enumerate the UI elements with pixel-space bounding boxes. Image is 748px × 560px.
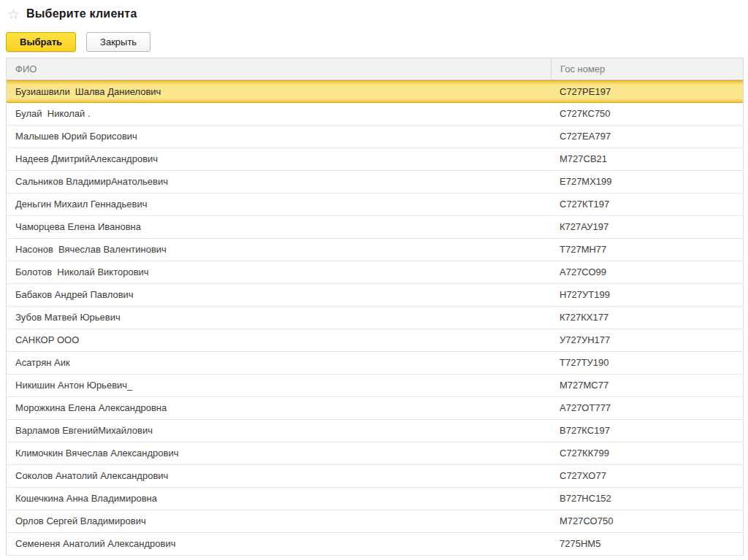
- gos-nomer-cell[interactable]: Т727ТУ190: [551, 352, 743, 374]
- gos-nomer-cell[interactable]: Н727УТ199: [551, 284, 743, 306]
- fio-cell[interactable]: Насонов Вячеслав Валентинович: [7, 239, 551, 261]
- fio-cell[interactable]: Малышев Юрий Борисович: [7, 126, 551, 147]
- page-title: Выберите клиента: [26, 7, 137, 20]
- fio-cell[interactable]: Орлов Сергей Владимирович: [7, 510, 551, 532]
- fio-cell[interactable]: Кошечкина Анна Владимировна: [7, 488, 551, 510]
- gos-nomer-cell[interactable]: К727КХ177: [551, 307, 743, 329]
- table-row[interactable]: Морожкина Елена АлександровнаА727ОТ777: [7, 397, 743, 420]
- column-header-fio[interactable]: ФИО: [7, 58, 551, 80]
- clients-table: ФИО Гос номер Бузиашвили Шалва Даниелови…: [6, 58, 744, 556]
- gos-nomer-cell[interactable]: А727СО99: [551, 261, 743, 283]
- table-row[interactable]: Зубов Матвей ЮрьевичК727КХ177: [7, 307, 743, 329]
- table-row[interactable]: Чаморцева Елена ИвановнаК727АУ197: [7, 216, 743, 239]
- gos-nomer-cell[interactable]: В727НС152: [551, 488, 743, 510]
- table-row[interactable]: Бабаков Андрей ПавловичН727УТ199: [7, 284, 743, 307]
- fio-cell[interactable]: Чаморцева Елена Ивановна: [7, 216, 551, 238]
- fio-cell[interactable]: САНКОР ООО: [7, 329, 551, 351]
- table-row[interactable]: Малышев Юрий БорисовичС727ЕА797: [7, 126, 743, 148]
- table-row[interactable]: Сальников ВладимирАнатольевичЕ727МХ199: [7, 171, 743, 193]
- table-row[interactable]: Бузиашвили Шалва ДаниеловичС727РЕ197: [7, 80, 743, 103]
- column-header-gos-nomer[interactable]: Гос номер: [551, 58, 743, 80]
- table-row[interactable]: Деньгин Михаил ГеннадьевичС727КТ197: [7, 193, 743, 216]
- fio-cell[interactable]: Морожкина Елена Александровна: [7, 397, 551, 419]
- fio-cell[interactable]: Болотов Николай Викторович: [7, 261, 551, 283]
- gos-nomer-cell[interactable]: М727МС77: [551, 375, 743, 396]
- table-row[interactable]: Климочкин Вячеслав АлександровичС727КК79…: [7, 442, 743, 465]
- gos-nomer-cell[interactable]: С727ЕА797: [551, 126, 743, 147]
- gos-nomer-cell[interactable]: У727УН177: [551, 329, 743, 351]
- table-row[interactable]: Орлов Сергей ВладимировичМ727СО750: [7, 510, 743, 533]
- fio-cell[interactable]: Деньгин Михаил Геннадьевич: [7, 193, 551, 215]
- table-row[interactable]: Семененя Анатолий Александрович7275НМ5: [7, 533, 743, 556]
- table-row[interactable]: Никишин Антон Юрьевич_М727МС77: [7, 375, 743, 397]
- toolbar: Выбрать Закрыть: [0, 28, 748, 58]
- fio-cell[interactable]: Булай Николай .: [7, 103, 551, 125]
- fio-cell[interactable]: Соколов Анатолий Александрович: [7, 465, 551, 487]
- gos-nomer-cell[interactable]: С727РЕ197: [551, 81, 743, 102]
- fio-cell[interactable]: Никишин Антон Юрьевич_: [7, 375, 551, 396]
- window-titlebar: ☆ Выберите клиента: [0, 0, 748, 28]
- table-row[interactable]: Насонов Вячеслав ВалентиновичТ727МН77: [7, 239, 743, 261]
- table-row[interactable]: САНКОР ОООУ727УН177: [7, 329, 743, 352]
- gos-nomer-cell[interactable]: С727ХО77: [551, 465, 743, 487]
- table-body: Бузиашвили Шалва ДаниеловичС727РЕ197Була…: [7, 80, 743, 556]
- gos-nomer-cell[interactable]: Е727МХ199: [551, 171, 743, 193]
- gos-nomer-cell[interactable]: В727КС197: [551, 420, 743, 442]
- gos-nomer-cell[interactable]: 7275НМ5: [551, 533, 743, 555]
- table-row[interactable]: Варламов ЕвгенийМихайловичВ727КС197: [7, 420, 743, 442]
- table-row[interactable]: Болотов Николай ВикторовичА727СО99: [7, 261, 743, 284]
- gos-nomer-cell[interactable]: С727КТ197: [551, 193, 743, 215]
- fio-cell[interactable]: Зубов Матвей Юрьевич: [7, 307, 551, 329]
- gos-nomer-cell[interactable]: С727КС750: [551, 103, 743, 125]
- fio-cell[interactable]: Семененя Анатолий Александрович: [7, 533, 551, 555]
- gos-nomer-cell[interactable]: А727ОТ777: [551, 397, 743, 419]
- fio-cell[interactable]: Сальников ВладимирАнатольевич: [7, 171, 551, 193]
- close-button[interactable]: Закрыть: [86, 32, 150, 52]
- fio-cell[interactable]: Надеев ДмитрийАлександрович: [7, 148, 551, 170]
- fio-cell[interactable]: Бабаков Андрей Павлович: [7, 284, 551, 306]
- gos-nomer-cell[interactable]: М727СВ21: [551, 148, 743, 170]
- table-row[interactable]: Булай Николай .С727КС750: [7, 103, 743, 126]
- gos-nomer-cell[interactable]: К727АУ197: [551, 216, 743, 238]
- fio-cell[interactable]: Бузиашвили Шалва Даниелович: [7, 81, 551, 102]
- table-header-row: ФИО Гос номер: [7, 58, 743, 80]
- table-row[interactable]: Асатрян АикТ727ТУ190: [7, 352, 743, 375]
- table-row[interactable]: Кошечкина Анна ВладимировнаВ727НС152: [7, 488, 743, 510]
- gos-nomer-cell[interactable]: С727КК799: [551, 442, 743, 464]
- select-button[interactable]: Выбрать: [6, 32, 76, 52]
- fio-cell[interactable]: Климочкин Вячеслав Александрович: [7, 442, 551, 464]
- table-row[interactable]: Соколов Анатолий АлександровичС727ХО77: [7, 465, 743, 488]
- fio-cell[interactable]: Варламов ЕвгенийМихайлович: [7, 420, 551, 442]
- gos-nomer-cell[interactable]: Т727МН77: [551, 239, 743, 261]
- fio-cell[interactable]: Асатрян Аик: [7, 352, 551, 374]
- favorite-star-icon[interactable]: ☆: [7, 7, 26, 21]
- table-row[interactable]: Надеев ДмитрийАлександровичМ727СВ21: [7, 148, 743, 171]
- gos-nomer-cell[interactable]: М727СО750: [551, 510, 743, 532]
